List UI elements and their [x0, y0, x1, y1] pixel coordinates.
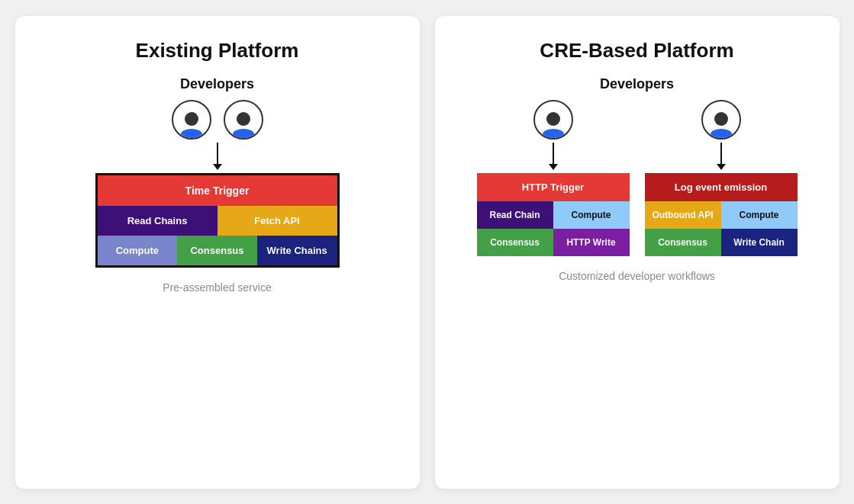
- http-write-block: HTTP Write: [553, 229, 630, 256]
- dev-circle-1: [172, 100, 211, 140]
- existing-platform-card: Existing Platform Developers: [15, 16, 420, 489]
- cre-compute-block: Compute: [553, 201, 630, 229]
- cre-left-row-middle: Read Chain Compute: [477, 201, 630, 229]
- cre-sub-diagrams: HTTP Trigger Read Chain Compute Consensu…: [458, 100, 817, 256]
- dev-head-1: [185, 112, 198, 126]
- cre-consensus-block: Consensus: [477, 229, 553, 256]
- existing-platform-title: Existing Platform: [136, 39, 299, 63]
- cre-dev-circle-1: [533, 100, 573, 140]
- cre-right-row-middle: Outbound API Compute: [645, 201, 798, 229]
- existing-dev-icons: [172, 100, 263, 140]
- read-chains-block: Read Chains: [98, 206, 218, 236]
- cre-dev-circle-2: [701, 100, 741, 140]
- existing-stack: Time Trigger Read Chains Fetch API Compu…: [95, 173, 340, 268]
- existing-caption: Pre-assembled service: [163, 281, 271, 294]
- outbound-api-block: Outbound API: [645, 201, 721, 229]
- cre-dev-head-1: [546, 112, 560, 126]
- cre-right-row-bottom: Consensus Write Chain: [645, 229, 798, 256]
- existing-row-middle: Read Chains Fetch API: [98, 206, 337, 236]
- existing-dev-label: Developers: [180, 76, 254, 92]
- cre-dev-body-2: [711, 129, 732, 140]
- cre-platform-card: CRE-Based Platform Developers: [435, 16, 839, 489]
- cre-left-row-bottom: Consensus HTTP Write: [477, 229, 630, 256]
- cre-left-sub: HTTP Trigger Read Chain Compute Consensu…: [477, 100, 630, 256]
- arrow-cre-right: [717, 143, 726, 170]
- cre-caption: Customized developer workflows: [559, 270, 715, 282]
- existing-row-bottom: Compute Consensus Write Chains: [98, 236, 337, 265]
- arrow-line-cre-right: [720, 143, 722, 164]
- cre-right-compute-block: Compute: [721, 201, 798, 229]
- arrow-head-cre-left: [549, 164, 558, 170]
- cre-diagram: Developers: [458, 76, 817, 282]
- read-chain-block: Read Chain: [477, 201, 553, 229]
- cre-right-consensus-block: Consensus: [645, 229, 721, 256]
- write-chain-block: Write Chain: [721, 229, 798, 256]
- consensus-block: Consensus: [177, 236, 257, 265]
- fetch-api-block: Fetch API: [218, 206, 337, 236]
- cre-platform-title: CRE-Based Platform: [540, 39, 733, 63]
- http-trigger-block: HTTP Trigger: [477, 173, 630, 201]
- cre-left-stack: HTTP Trigger Read Chain Compute Consensu…: [477, 173, 630, 256]
- time-trigger-block: Time Trigger: [98, 175, 337, 206]
- cre-right-dev-icons: [701, 100, 741, 140]
- cre-dev-head-2: [714, 112, 728, 126]
- dev-circle-2: [224, 100, 263, 140]
- arrow-existing: [213, 143, 222, 170]
- cre-dev-label: Developers: [600, 76, 674, 92]
- dev-body-2: [233, 129, 254, 140]
- developer-icon-1: [172, 100, 211, 140]
- arrow-head-cre-right: [717, 164, 726, 170]
- cre-right-sub: Log event emission Outbound API Compute …: [645, 100, 798, 256]
- cre-developer-icon-2: [701, 100, 741, 140]
- arrow-head-existing: [213, 164, 222, 170]
- cre-right-stack: Log event emission Outbound API Compute …: [645, 173, 798, 256]
- arrow-cre-left: [549, 143, 558, 170]
- developer-icon-2: [224, 100, 263, 140]
- cre-left-dev-icons: [533, 100, 573, 140]
- arrow-line-cre-left: [553, 143, 554, 164]
- dev-head-2: [237, 112, 250, 126]
- log-event-block: Log event emission: [645, 173, 798, 201]
- cre-dev-body-1: [543, 129, 564, 140]
- write-chains-block: Write Chains: [257, 236, 337, 265]
- arrow-line-existing: [217, 143, 218, 164]
- cre-developer-icon-1: [533, 100, 573, 140]
- existing-diagram: Developers: [38, 76, 397, 294]
- dev-body-1: [181, 129, 202, 140]
- compute-block: Compute: [98, 236, 178, 265]
